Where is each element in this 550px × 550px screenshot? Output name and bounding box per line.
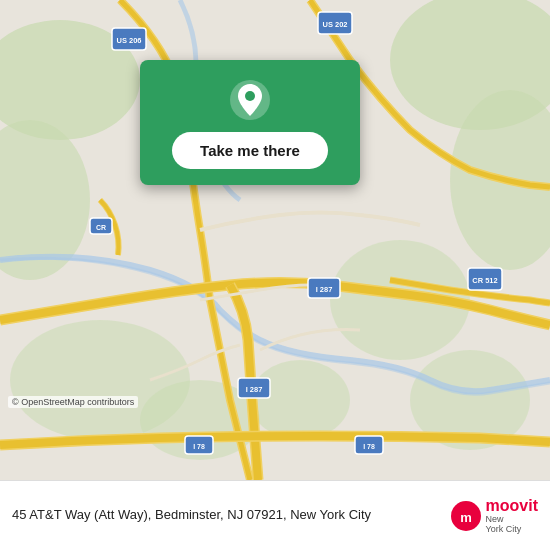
svg-text:US 206: US 206 bbox=[116, 36, 141, 45]
map-container: US 206 US 202 I 287 I 287 I 78 I 78 CR 5… bbox=[0, 0, 550, 480]
location-card: Take me there bbox=[140, 60, 360, 185]
svg-point-9 bbox=[250, 360, 350, 440]
svg-text:CR 512: CR 512 bbox=[472, 276, 497, 285]
osm-credit: © OpenStreetMap contributors bbox=[8, 396, 138, 408]
moovit-logo: m moovit NewYork City bbox=[450, 497, 538, 535]
svg-text:I 287: I 287 bbox=[316, 285, 333, 294]
svg-text:m: m bbox=[460, 510, 472, 525]
svg-text:I 287: I 287 bbox=[246, 385, 263, 394]
location-pin-icon bbox=[228, 78, 272, 122]
moovit-brand-name: moovit bbox=[486, 497, 538, 515]
svg-text:US 202: US 202 bbox=[322, 20, 347, 29]
svg-text:I 78: I 78 bbox=[193, 443, 205, 450]
moovit-logo-icon: m bbox=[450, 500, 482, 532]
bottom-bar: 45 AT&T Way (Att Way), Bedminster, NJ 07… bbox=[0, 480, 550, 550]
svg-point-27 bbox=[245, 91, 255, 101]
svg-text:I 78: I 78 bbox=[363, 443, 375, 450]
svg-text:CR: CR bbox=[96, 224, 106, 231]
address-text: 45 AT&T Way (Att Way), Bedminster, NJ 07… bbox=[12, 506, 442, 524]
moovit-sub-text: NewYork City bbox=[486, 515, 538, 535]
take-me-there-button[interactable]: Take me there bbox=[172, 132, 328, 169]
